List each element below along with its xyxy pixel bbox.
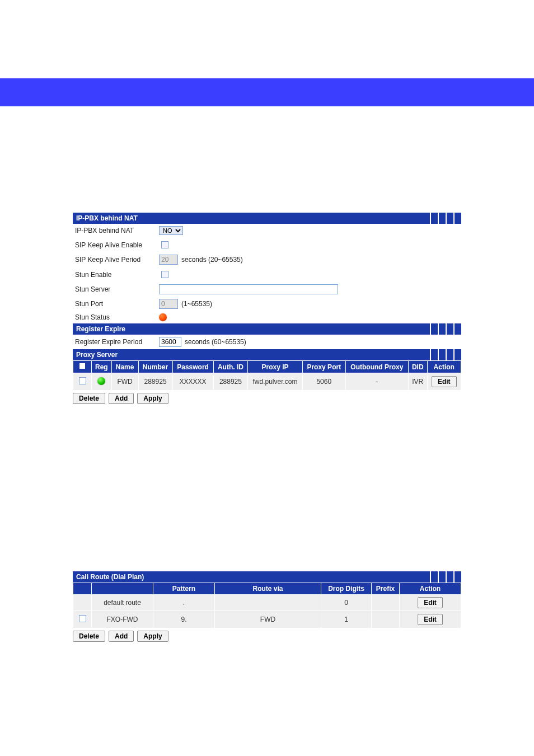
- proxy-row: FWD 288925 XXXXXX 288925 fwd.pulver.com …: [73, 373, 461, 391]
- cell-name: default route: [92, 595, 153, 611]
- cell-number: 288925: [138, 373, 172, 391]
- select-behind-nat[interactable]: NO: [159, 226, 183, 235]
- hint-stun-port: (1~65535): [181, 300, 212, 308]
- checkbox-stun-enable[interactable]: [161, 271, 168, 278]
- section-header-register: Register Expire: [73, 323, 461, 335]
- th-proxy-ip: Proxy IP: [248, 361, 302, 373]
- section-title-dialplan: Call Route (Dial Plan): [76, 573, 144, 581]
- proxy-header-row: Reg Name Number Password Auth. ID Proxy …: [73, 361, 461, 373]
- dialplan-button-row: Delete Add Apply: [73, 628, 461, 644]
- cell-route-via: [215, 595, 321, 611]
- row-keepalive-enable: SIP Keep Alive Enable: [73, 237, 461, 252]
- section-header-dialplan: Call Route (Dial Plan): [73, 571, 461, 583]
- nat-register-proxy-panel: IP-PBX behind NAT IP-PBX behind NAT NO S…: [73, 213, 461, 406]
- label-register-period: Register Expire Period: [75, 338, 159, 346]
- section-header-proxy: Proxy Server: [73, 349, 461, 360]
- cell-password: XXXXXX: [172, 373, 213, 391]
- th-route-via: Route via: [215, 583, 321, 595]
- reg-status-icon: [97, 377, 105, 385]
- cell-pattern: 9.: [153, 611, 215, 628]
- th-number: Number: [138, 361, 172, 373]
- th-proxy-port: Proxy Port: [302, 361, 345, 373]
- cell-drop-digits: 1: [321, 611, 372, 628]
- input-register-period[interactable]: [159, 337, 181, 347]
- section-stripes: [430, 571, 461, 583]
- cell-name: FXO-FWD: [92, 611, 153, 628]
- section-stripes: [430, 349, 461, 360]
- th-auth: Auth. ID: [213, 361, 248, 373]
- dialplan-panel: Call Route (Dial Plan) Pattern Route via…: [73, 571, 461, 644]
- row-register-period: Register Expire Period seconds (60~65535…: [73, 335, 461, 349]
- proxy-button-row: Delete Add Apply: [73, 391, 461, 406]
- cell-route-via: FWD: [215, 611, 321, 628]
- add-button[interactable]: Add: [109, 631, 134, 642]
- edit-button[interactable]: Edit: [432, 376, 457, 387]
- row-stun-enable: Stun Enable: [73, 267, 461, 282]
- add-button[interactable]: Add: [109, 393, 134, 404]
- cell-prefix: [372, 595, 400, 611]
- cell-name: FWD: [111, 373, 138, 391]
- edit-button[interactable]: Edit: [418, 597, 443, 608]
- cell-proxy-port: 5060: [302, 373, 345, 391]
- section-stripes: [430, 323, 461, 335]
- dialplan-header-row: Pattern Route via Drop Digits Prefix Act…: [73, 583, 461, 595]
- hint-keepalive-period: seconds (20~65535): [181, 256, 243, 264]
- cell-outbound: -: [345, 373, 408, 391]
- cell-pattern: .: [153, 595, 215, 611]
- proxy-table: Reg Name Number Password Auth. ID Proxy …: [73, 360, 461, 391]
- row-stun-port: Stun Port (1~65535): [73, 297, 461, 311]
- delete-button[interactable]: Delete: [73, 393, 105, 404]
- dialplan-row: FXO-FWD 9. FWD 1 Edit: [73, 611, 461, 628]
- row-stun-status: Stun Status: [73, 311, 461, 323]
- section-header-nat: IP-PBX behind NAT: [73, 213, 461, 224]
- section-stripes: [430, 213, 461, 224]
- label-keepalive-period: SIP Keep Alive Period: [75, 256, 159, 264]
- checkbox-keepalive-enable[interactable]: [161, 241, 168, 248]
- edit-button[interactable]: Edit: [418, 614, 443, 625]
- th-name: Name: [111, 361, 138, 373]
- th-outbound: Outbound Proxy: [345, 361, 408, 373]
- dialplan-table: Pattern Route via Drop Digits Prefix Act…: [73, 583, 461, 628]
- section-title-register: Register Expire: [76, 325, 125, 333]
- apply-button[interactable]: Apply: [137, 393, 168, 404]
- label-stun-enable: Stun Enable: [75, 271, 159, 279]
- hint-register-period: seconds (60~65535): [185, 338, 246, 346]
- row-checkbox[interactable]: [79, 615, 86, 622]
- apply-button[interactable]: Apply: [137, 631, 168, 642]
- th-name: [92, 583, 153, 595]
- cell-proxy-ip: fwd.pulver.com: [248, 373, 302, 391]
- th-reg: Reg: [92, 361, 112, 373]
- cell-prefix: [372, 611, 400, 628]
- label-stun-server: Stun Server: [75, 285, 159, 293]
- th-check: [73, 583, 92, 595]
- row-behind-nat: IP-PBX behind NAT NO: [73, 224, 461, 237]
- cell-did: IVR: [408, 373, 427, 391]
- checkbox-header-icon[interactable]: [79, 363, 86, 369]
- row-stun-server: Stun Server: [73, 282, 461, 297]
- th-action: Action: [400, 583, 461, 595]
- input-stun-server[interactable]: [159, 284, 338, 294]
- label-keepalive-enable: SIP Keep Alive Enable: [75, 241, 159, 249]
- status-dot-icon: [159, 313, 167, 321]
- th-drop-digits: Drop Digits: [321, 583, 372, 595]
- section-title-nat: IP-PBX behind NAT: [76, 214, 138, 222]
- delete-button[interactable]: Delete: [73, 631, 105, 642]
- row-checkbox[interactable]: [79, 377, 86, 384]
- input-stun-port[interactable]: [159, 299, 178, 309]
- label-behind-nat: IP-PBX behind NAT: [75, 227, 159, 234]
- input-keepalive-period[interactable]: [159, 255, 178, 265]
- th-pattern: Pattern: [153, 583, 215, 595]
- th-did: DID: [408, 361, 427, 373]
- th-action: Action: [427, 361, 461, 373]
- dialplan-row: default route . 0 Edit: [73, 595, 461, 611]
- th-prefix: Prefix: [372, 583, 400, 595]
- row-keepalive-period: SIP Keep Alive Period seconds (20~65535): [73, 252, 461, 267]
- label-stun-port: Stun Port: [75, 300, 159, 308]
- top-blue-bar: [0, 78, 534, 106]
- cell-auth: 288925: [213, 373, 248, 391]
- th-password: Password: [172, 361, 213, 373]
- section-title-proxy: Proxy Server: [76, 351, 118, 359]
- label-stun-status: Stun Status: [75, 313, 159, 321]
- cell-drop-digits: 0: [321, 595, 372, 611]
